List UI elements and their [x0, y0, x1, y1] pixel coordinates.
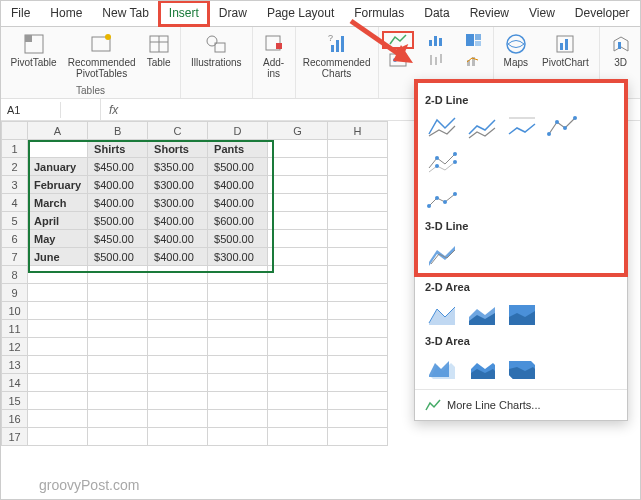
cell[interactable]: $400.00: [148, 212, 208, 230]
cell[interactable]: [268, 320, 328, 338]
cell[interactable]: [328, 338, 388, 356]
cell[interactable]: [268, 410, 328, 428]
cell[interactable]: $450.00: [88, 230, 148, 248]
cell[interactable]: [88, 284, 148, 302]
cell[interactable]: $450.00: [88, 158, 148, 176]
cell[interactable]: [88, 392, 148, 410]
cell[interactable]: $500.00: [88, 212, 148, 230]
chart-3d-line[interactable]: [425, 238, 459, 268]
cell[interactable]: [148, 428, 208, 446]
row-header[interactable]: 4: [2, 194, 28, 212]
row-header[interactable]: 1: [2, 140, 28, 158]
cell[interactable]: [328, 158, 388, 176]
cell[interactable]: [28, 392, 88, 410]
cell[interactable]: [28, 302, 88, 320]
cell[interactable]: [328, 194, 388, 212]
cell[interactable]: [328, 176, 388, 194]
cell[interactable]: [328, 320, 388, 338]
tab-review[interactable]: Review: [460, 1, 519, 26]
cell[interactable]: [268, 374, 328, 392]
chart-stacked-line[interactable]: [465, 112, 499, 142]
row-header[interactable]: 6: [2, 230, 28, 248]
cell[interactable]: [148, 320, 208, 338]
pivottable-button[interactable]: PivotTable: [6, 31, 60, 70]
more-line-charts[interactable]: More Line Charts...: [425, 394, 617, 412]
cell[interactable]: [148, 284, 208, 302]
cell[interactable]: [88, 410, 148, 428]
cell[interactable]: [328, 248, 388, 266]
col-header-a[interactable]: A: [28, 122, 88, 140]
cell[interactable]: [208, 338, 268, 356]
cell[interactable]: [88, 428, 148, 446]
insert-line-chart-button[interactable]: [382, 31, 414, 49]
cell[interactable]: $500.00: [88, 248, 148, 266]
cell[interactable]: [28, 374, 88, 392]
cell[interactable]: $500.00: [208, 158, 268, 176]
cell[interactable]: [88, 374, 148, 392]
cell[interactable]: [88, 338, 148, 356]
recommended-pivot-button[interactable]: Recommended PivotTables: [67, 31, 137, 81]
row-header[interactable]: 11: [2, 320, 28, 338]
cell[interactable]: [28, 266, 88, 284]
cell[interactable]: [208, 428, 268, 446]
chart-100-stacked-line-markers[interactable]: [425, 184, 459, 214]
cell[interactable]: [268, 194, 328, 212]
cell[interactable]: [208, 392, 268, 410]
cell[interactable]: [88, 356, 148, 374]
insert-column-chart-button[interactable]: [420, 31, 452, 49]
cell[interactable]: [328, 428, 388, 446]
cell[interactable]: April: [28, 212, 88, 230]
cell[interactable]: [208, 410, 268, 428]
cell[interactable]: [148, 338, 208, 356]
cell[interactable]: [268, 158, 328, 176]
col-header-d[interactable]: D: [208, 122, 268, 140]
row-header[interactable]: 9: [2, 284, 28, 302]
insert-combo-chart-button[interactable]: [458, 51, 490, 69]
insert-hierarchy-chart-button[interactable]: [458, 31, 490, 49]
chart-3d-100-stacked-area[interactable]: [505, 353, 539, 383]
row-header[interactable]: 16: [2, 410, 28, 428]
col-header-c[interactable]: C: [148, 122, 208, 140]
cell[interactable]: [208, 284, 268, 302]
cell[interactable]: [148, 410, 208, 428]
fx-icon[interactable]: fx: [101, 103, 126, 117]
tab-insert[interactable]: Insert: [159, 1, 209, 26]
cell[interactable]: May: [28, 230, 88, 248]
cell[interactable]: [148, 266, 208, 284]
col-header-g[interactable]: G: [268, 122, 328, 140]
row-header[interactable]: 2: [2, 158, 28, 176]
cell[interactable]: [328, 266, 388, 284]
tab-developer[interactable]: Developer: [565, 1, 640, 26]
cell[interactable]: [28, 356, 88, 374]
cell[interactable]: [328, 410, 388, 428]
cell[interactable]: [28, 320, 88, 338]
chart-line-markers[interactable]: [545, 112, 579, 142]
cell[interactable]: [268, 302, 328, 320]
row-header[interactable]: 8: [2, 266, 28, 284]
chart-stacked-line-markers[interactable]: [425, 148, 459, 178]
cell[interactable]: [28, 284, 88, 302]
chart-3d-stacked-area[interactable]: [465, 353, 499, 383]
cell[interactable]: $300.00: [148, 176, 208, 194]
cell[interactable]: [268, 230, 328, 248]
row-header[interactable]: 7: [2, 248, 28, 266]
chart-area[interactable]: [425, 299, 459, 329]
col-header-b[interactable]: B: [88, 122, 148, 140]
row-header[interactable]: 13: [2, 356, 28, 374]
cell[interactable]: Pants: [208, 140, 268, 158]
cell[interactable]: [88, 266, 148, 284]
addins-button[interactable]: Add-ins: [259, 31, 289, 81]
cell[interactable]: [328, 356, 388, 374]
chart-100-stacked-area[interactable]: [505, 299, 539, 329]
cell[interactable]: [88, 302, 148, 320]
chart-line[interactable]: [425, 112, 459, 142]
chart-3d-area[interactable]: [425, 353, 459, 383]
row-header[interactable]: 3: [2, 176, 28, 194]
tab-data[interactable]: Data: [414, 1, 459, 26]
table-button[interactable]: Table: [143, 31, 175, 70]
cell[interactable]: [268, 392, 328, 410]
cell[interactable]: $350.00: [148, 158, 208, 176]
cell[interactable]: $600.00: [208, 212, 268, 230]
chart-stacked-area[interactable]: [465, 299, 499, 329]
name-box[interactable]: A1: [1, 102, 61, 118]
